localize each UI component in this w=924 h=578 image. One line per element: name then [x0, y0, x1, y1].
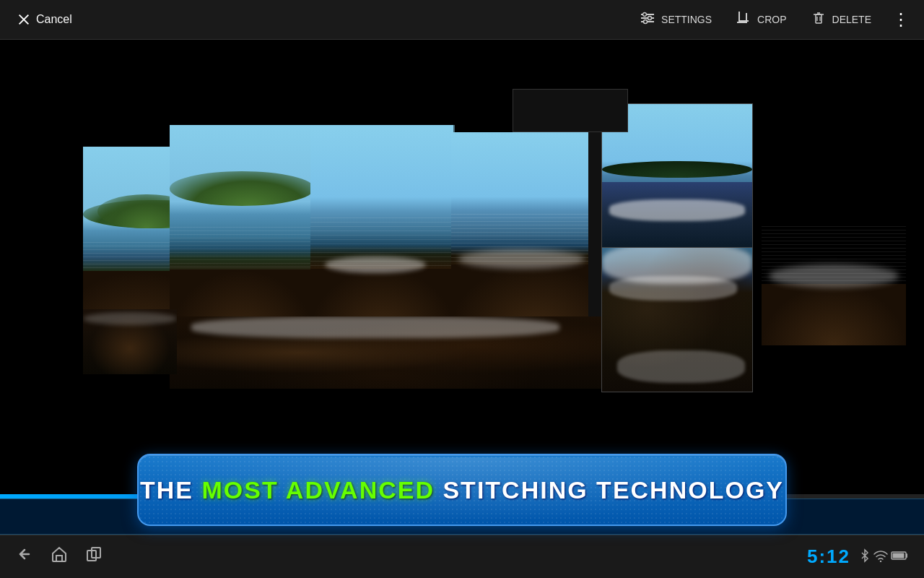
settings-button[interactable]: SETTINGS: [629, 6, 722, 34]
svg-point-4: [648, 16, 652, 20]
cancel-button[interactable]: Cancel: [7, 7, 82, 32]
crop-label: CROP: [757, 14, 786, 25]
rocks-bottom-2: [83, 309, 177, 374]
clock-display: 5:12: [807, 545, 850, 568]
promo-banner: THE MOST ADVANCED STITCHING TECHNOLOGY: [137, 454, 787, 526]
photo-panel-2: [170, 125, 314, 338]
promo-text: THE MOST ADVANCED STITCHING TECHNOLOGY: [140, 476, 784, 504]
delete-button[interactable]: DELETE: [801, 6, 881, 34]
dark-sky-gap: [513, 89, 628, 132]
settings-label: SETTINGS: [661, 14, 712, 25]
promo-text-the: THE: [140, 476, 201, 504]
wifi-icon: [873, 549, 888, 565]
status-icons: [859, 548, 910, 566]
photo-panel-4: [451, 132, 592, 327]
promo-text-highlight: MOST ADVANCED: [201, 476, 435, 504]
more-options-button[interactable]: ⋮: [885, 5, 917, 34]
stitch-container: [83, 125, 841, 371]
close-icon: [17, 13, 30, 26]
trash-icon: [811, 10, 827, 30]
bluetooth-icon: [859, 548, 871, 566]
crop-icon: [736, 10, 751, 30]
photo-panel-9: [762, 154, 906, 345]
crop-button[interactable]: CROP: [725, 6, 796, 34]
cancel-label: Cancel: [36, 13, 72, 26]
svg-point-3: [643, 12, 647, 16]
photo-area: [0, 40, 924, 455]
top-bar: Cancel SETTINGS: [0, 0, 924, 40]
recents-button[interactable]: [84, 544, 104, 569]
photo-panel-8: [601, 226, 753, 392]
home-button[interactable]: [49, 544, 69, 569]
svg-point-5: [644, 20, 648, 23]
settings-icon: [640, 10, 655, 30]
rocks-bottom-1: [170, 316, 603, 389]
svg-rect-11: [893, 553, 905, 558]
back-button[interactable]: [14, 544, 35, 569]
top-actions: SETTINGS CROP DELETE: [629, 5, 917, 34]
nav-left: [14, 544, 104, 569]
photo-panel-3: [310, 125, 455, 331]
svg-point-9: [880, 560, 881, 561]
more-icon: ⋮: [892, 9, 910, 29]
bottom-nav: 5:12: [0, 535, 924, 578]
nav-right: 5:12: [807, 545, 910, 568]
svg-rect-6: [816, 14, 821, 23]
battery-icon: [891, 550, 910, 564]
delete-label: DELETE: [832, 14, 871, 25]
promo-text-stitching: STITCHING TECHNOLOGY: [435, 476, 784, 504]
